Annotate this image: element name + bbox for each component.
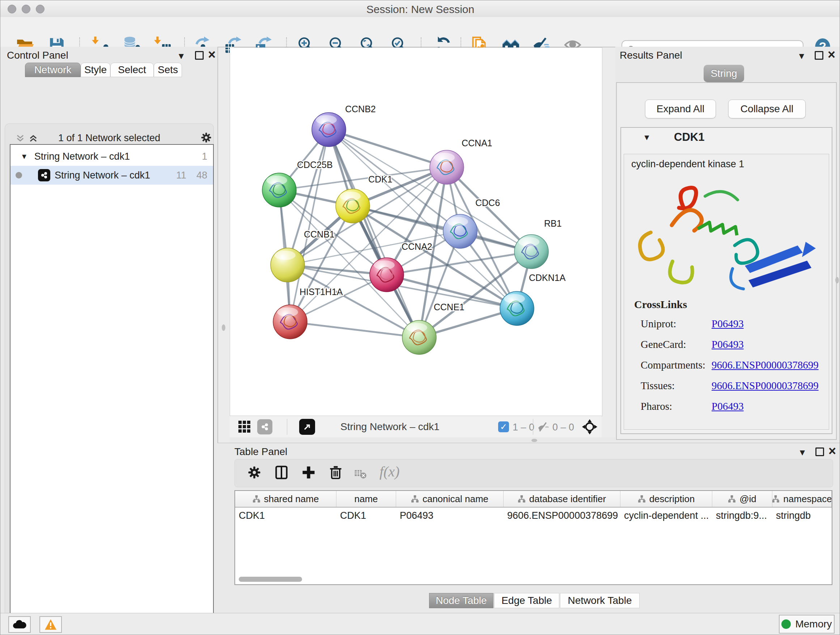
table-cell[interactable]: stringdb:9...	[712, 507, 772, 524]
memory-button[interactable]: Memory	[779, 615, 835, 633]
network-node-CCNB2[interactable]: CCNB2	[312, 104, 376, 147]
panel-collapse-icon[interactable]: ▼	[177, 52, 186, 60]
panel-close-icon[interactable]: ×	[208, 50, 216, 59]
table-cell[interactable]: CDK1	[235, 507, 336, 524]
crosslink-label: Tissues:	[641, 380, 712, 401]
table-body: CDK1CDK1P064939606.ENSP00000378699cyclin…	[235, 507, 832, 524]
tab-select[interactable]: Select	[111, 63, 154, 77]
selected-node-edge-count: 1 – 0	[513, 422, 534, 433]
right-splitter-handle[interactable]	[835, 277, 839, 283]
column-type-icon	[638, 495, 646, 503]
table-cell[interactable]: stringdb	[772, 507, 832, 524]
network-node-CDKN1A[interactable]: CDKN1A	[500, 272, 566, 325]
table-panel: Table Panel ▼ × f(x) shared namenamecano…	[218, 443, 840, 613]
network-options-gear-icon[interactable]	[200, 131, 213, 144]
network-row-selected[interactable]: String Network – cdk1 11 48	[11, 166, 213, 185]
birdseye-view-icon[interactable]	[299, 419, 315, 435]
collapse-all-button[interactable]: Collapse All	[728, 100, 806, 119]
memory-label: Memory	[795, 618, 832, 630]
table-horizontal-scrollbar[interactable]	[237, 576, 830, 582]
column-header-description[interactable]: description	[621, 491, 712, 507]
network-edge[interactable]	[329, 130, 419, 337]
crosslink-link[interactable]: 9606.ENSP00000378699	[712, 359, 819, 380]
panel-collapse-icon[interactable]: ▼	[798, 448, 807, 457]
column-type-icon	[411, 495, 419, 503]
panel-close-icon[interactable]: ×	[829, 447, 836, 455]
table-cell[interactable]: CDK1	[336, 507, 396, 524]
warning-status-button[interactable]	[39, 616, 62, 633]
crosslink-row: Uniprot:P06493	[641, 318, 825, 339]
show-columns-icon[interactable]	[273, 464, 291, 482]
node-position-crosshair-icon[interactable]	[581, 418, 598, 435]
crosslink-link[interactable]: 9606.ENSP00000378699	[712, 380, 819, 401]
gene-description: cyclin-dependent kinase 1	[631, 158, 744, 170]
table-cell[interactable]: P06493	[396, 507, 504, 524]
scrollbar-thumb[interactable]	[239, 577, 302, 582]
network-edge[interactable]	[329, 130, 447, 167]
left-splitter-handle[interactable]	[222, 325, 225, 331]
network-node-RB1[interactable]: RB1	[515, 218, 562, 269]
network-node-CCNA1[interactable]: CCNA1	[430, 138, 493, 184]
column-header--id[interactable]: @id	[712, 491, 772, 507]
column-header-canonical-name[interactable]: canonical name	[396, 491, 504, 507]
column-type-icon	[772, 495, 780, 503]
cloud-status-button[interactable]	[8, 616, 31, 633]
network-node-label: CCNE1	[434, 302, 464, 312]
column-header-shared-name[interactable]: shared name	[235, 491, 336, 507]
crosslink-link[interactable]: P06493	[712, 318, 744, 339]
network-edge[interactable]	[290, 322, 419, 337]
add-column-plus-icon[interactable]	[301, 464, 318, 482]
network-view-title: String Network – cdk1	[340, 421, 439, 432]
table-header-row: shared namenamecanonical namedatabase id…	[235, 491, 832, 508]
splitter-handle[interactable]	[531, 439, 537, 442]
tab-network-table[interactable]: Network Table	[560, 593, 639, 608]
crosslink-row: GeneCard:P06493	[641, 339, 825, 359]
network-canvas[interactable]: CCNB2 CCNA1 CDC25B CDK1 CDC6 RB1 CCNB1 C…	[230, 48, 602, 416]
network-icon-gray[interactable]	[257, 419, 272, 434]
tab-network[interactable]: Network	[25, 63, 81, 77]
tab-style[interactable]: Style	[81, 63, 111, 77]
delete-column-trash-icon[interactable]	[328, 464, 345, 482]
network-node-label: RB1	[544, 218, 562, 228]
main-toolbar: ?	[0, 17, 840, 48]
table-cell[interactable]: cyclin-dependent ...	[621, 507, 712, 524]
tab-string[interactable]: String	[704, 65, 744, 82]
column-header-database-identifier[interactable]: database identifier	[504, 491, 621, 507]
crosslink-link[interactable]: P06493	[712, 401, 744, 421]
panel-close-icon[interactable]: ×	[828, 50, 835, 59]
panel-float-icon[interactable]	[815, 448, 824, 456]
tab-edge-table[interactable]: Edge Table	[494, 593, 559, 608]
column-header-name[interactable]: name	[336, 491, 396, 507]
crosslink-row: Compartments:9606.ENSP00000378699	[641, 359, 825, 380]
window-title: Session: New Session	[0, 3, 840, 16]
gene-section-cdk1: ▼ CDK1 cyclin-dependent kinase 1	[621, 127, 832, 434]
column-label: database identifier	[529, 494, 606, 505]
table-options-gear-icon[interactable]	[246, 464, 264, 482]
crosslink-link[interactable]: P06493	[712, 339, 744, 359]
selected-checkbox-icon[interactable]: ✓	[498, 421, 509, 432]
network-node-count: 11	[176, 170, 186, 181]
column-label: description	[649, 494, 695, 505]
column-header-namespace[interactable]: namespace	[772, 491, 832, 507]
section-expander-icon[interactable]: ▼	[643, 133, 651, 142]
panel-collapse-icon[interactable]: ▼	[797, 52, 806, 60]
network-node-label: CCNA2	[401, 241, 432, 252]
network-node-CCNE1[interactable]: CCNE1	[402, 302, 464, 355]
panel-float-icon[interactable]	[195, 51, 204, 60]
column-type-icon	[253, 495, 261, 503]
network-collection-row[interactable]: ▼ String Network – cdk1 1	[11, 147, 213, 166]
expand-all-button[interactable]: Expand All	[645, 100, 716, 119]
column-label: shared name	[264, 494, 319, 505]
network-node-label: CCNB1	[304, 229, 335, 239]
crosslink-row: Tissues:9606.ENSP00000378699	[641, 380, 825, 401]
tab-node-table[interactable]: Node Table	[429, 593, 493, 608]
tree-expander-icon[interactable]: ▼	[21, 152, 28, 161]
grid-view-icon[interactable]	[238, 420, 251, 434]
network-edge-count: 48	[196, 170, 207, 181]
gene-name: CDK1	[674, 131, 704, 144]
tab-sets[interactable]: Sets	[154, 63, 182, 77]
network-node-label: CDKN1A	[529, 272, 566, 283]
panel-float-icon[interactable]	[815, 51, 823, 60]
table-cell[interactable]: 9606.ENSP00000378699	[504, 507, 621, 524]
string-results-box: Expand All Collapse All ▼ CDK1 cyclin-de…	[616, 82, 837, 440]
